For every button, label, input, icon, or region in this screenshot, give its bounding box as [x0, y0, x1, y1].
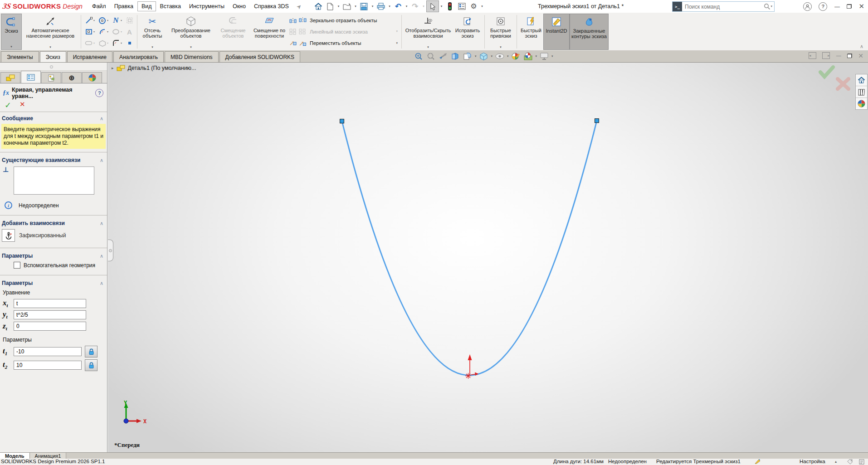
doc-restore-icon[interactable] [847, 54, 852, 58]
edit-appearance-icon[interactable] [511, 51, 521, 61]
smart-dimension-dropdown-icon[interactable]: ▾ [49, 46, 51, 49]
convert-entities-button[interactable]: Преобразование объектов ▾ [166, 14, 216, 50]
status-doc-icon[interactable] [859, 459, 864, 465]
display-style-dropdown-icon[interactable]: ▾ [491, 55, 493, 58]
message-section-header[interactable]: Сообщение ∧ [0, 112, 107, 123]
arc-tool-icon[interactable] [98, 27, 107, 37]
x-equation-input[interactable] [14, 299, 86, 308]
display-style-icon[interactable] [479, 51, 489, 61]
tab-evaluate[interactable]: Анализировать [113, 51, 164, 62]
show-relations-button[interactable]: Отобразить/Скрыть взаимосвязи ▾ [404, 14, 453, 50]
undo-button[interactable]: ↶ [392, 1, 404, 12]
hide-show-items-icon[interactable] [495, 51, 505, 61]
menu-view[interactable]: Вид [137, 1, 156, 11]
select-tool-button[interactable] [426, 0, 439, 12]
equation-driven-curve[interactable] [342, 121, 597, 375]
shaded-contours-button[interactable]: Закрашенные контуры эскиза [570, 14, 609, 50]
panel-flyout-handle[interactable] [108, 240, 113, 261]
search-input[interactable] [682, 4, 764, 10]
move-entities-button[interactable]: Переместить объекты ▾ [299, 39, 398, 47]
print-dropdown-icon[interactable]: ▾ [389, 5, 390, 8]
t1-lock-button[interactable] [85, 346, 98, 357]
part-root-label[interactable]: Деталь1 (По умолчанию... [128, 65, 196, 71]
tab-property-manager[interactable] [21, 71, 41, 83]
restore-button[interactable] [847, 4, 852, 9]
construction-geometry-checkbox[interactable] [14, 262, 20, 269]
tab-mbd-dimensions[interactable]: MBD Dimensions [165, 51, 219, 62]
collapse-icon[interactable]: ∧ [100, 221, 103, 226]
tree-expand-icon[interactable]: ▸ [112, 66, 114, 70]
fixed-relation-button[interactable] [2, 229, 15, 242]
feature-tree-flyout[interactable]: ▸ Деталь1 (По умолчанию... [112, 65, 196, 71]
parameters-section-header[interactable]: Параметры ∧ [0, 277, 107, 288]
existing-relations-header[interactable]: Существующие взаимосвязи ∧ [0, 154, 107, 165]
menu-insert[interactable]: Вставка [156, 1, 185, 11]
minimize-button[interactable]: — [834, 4, 840, 10]
mirror-small-icon[interactable] [289, 18, 297, 24]
pin-menu-icon[interactable]: ➤ [295, 3, 303, 10]
menu-help-3ds[interactable]: Справка 3DS [250, 1, 293, 11]
collapse-icon[interactable]: ∧ [100, 281, 103, 286]
offset-on-surface-button[interactable]: Смещение по поверхности [250, 14, 289, 50]
print-button[interactable] [375, 1, 387, 12]
t1-input[interactable] [14, 347, 82, 356]
rectangle-tool-icon[interactable] [84, 27, 93, 37]
move-small-icon[interactable] [289, 39, 297, 46]
confirmation-cancel-icon[interactable] [835, 77, 851, 91]
menu-file[interactable]: Файл [88, 1, 110, 11]
tab-motion-study[interactable]: Анимация1 [30, 453, 67, 459]
search-dropdown-icon[interactable]: ▾ [770, 5, 772, 8]
collapse-icon[interactable]: ∧ [100, 158, 103, 163]
panel-drag-strip[interactable] [0, 62, 107, 71]
tab-appearances[interactable] [82, 72, 102, 83]
customize-status-label[interactable]: Настройка [800, 459, 825, 464]
convert-dropdown-icon[interactable]: ▾ [190, 46, 192, 49]
y-equation-input[interactable] [14, 310, 86, 319]
menu-window[interactable]: Окно [229, 1, 250, 11]
settings-dropdown-icon[interactable]: ▾ [481, 5, 483, 8]
t2-lock-button[interactable] [85, 359, 98, 371]
trim-dropdown-icon[interactable]: ▾ [151, 46, 153, 49]
appearances-pane-button[interactable] [856, 98, 867, 109]
doc-minimize-icon[interactable]: — [836, 53, 841, 59]
open-dropdown-icon[interactable]: ▾ [355, 5, 356, 8]
trim-entities-button[interactable]: ✂ Отсечь объекты ▾ [139, 14, 166, 50]
circle-tool-icon[interactable] [98, 16, 107, 25]
rebuild-button[interactable] [444, 1, 456, 12]
ribbon-collapse-icon[interactable]: ∧ [860, 44, 863, 49]
hide-show-dropdown-icon[interactable]: ▾ [507, 55, 509, 58]
point-tool-icon[interactable] [125, 39, 134, 48]
settings-button[interactable]: ⚙ [468, 1, 479, 12]
graphics-area[interactable]: ▸ Деталь1 (По умолчанию... Y X *Спереди [108, 62, 868, 452]
view-orientation-dropdown-icon[interactable]: ▾ [475, 55, 477, 58]
apply-scene-dropdown-icon[interactable]: ▾ [536, 55, 537, 58]
repair-sketch-button[interactable]: Исправить эскиз [453, 14, 483, 50]
collapse-icon[interactable]: ∧ [100, 116, 103, 121]
tab-configurations[interactable] [41, 72, 61, 83]
menu-edit[interactable]: Правка [110, 1, 137, 11]
add-relations-header[interactable]: Добавить взаимосвязи ∧ [0, 217, 107, 228]
collapse-icon[interactable]: ∧ [100, 254, 103, 259]
save-dropdown-icon[interactable]: ▾ [372, 5, 374, 8]
tab-addins[interactable]: Добавления SOLIDWORKS [219, 51, 301, 62]
move-dropdown-icon[interactable]: ▾ [396, 42, 398, 45]
tab-model[interactable]: Модель [0, 453, 30, 459]
quick-snaps-button[interactable]: Быстрые привязки ▾ [487, 14, 515, 50]
command-search[interactable]: >_ ▾ [672, 1, 775, 12]
ok-button[interactable]: ✓ [5, 101, 11, 109]
view-settings-icon[interactable] [539, 51, 549, 61]
close-button[interactable]: ✕ [858, 3, 864, 10]
section-view-icon[interactable] [450, 51, 460, 61]
pm-help-icon[interactable]: ? [95, 89, 103, 97]
spline-tool-icon[interactable]: N [111, 16, 121, 25]
mirror-entities-button[interactable]: Зеркально отразить объекты [299, 16, 398, 24]
line-tool-icon[interactable] [84, 16, 93, 25]
home-button[interactable] [312, 1, 324, 12]
curve-endpoint-right[interactable] [595, 119, 599, 123]
sketch-dropdown-icon[interactable]: ▾ [10, 45, 12, 49]
curve-endpoint-left[interactable] [340, 119, 344, 123]
rapid-sketch-button[interactable]: Быстрый эскиз [519, 14, 543, 50]
confirmation-accept-icon[interactable] [819, 65, 835, 79]
menu-tools[interactable]: Инструменты [185, 1, 229, 11]
save-button[interactable] [358, 1, 370, 12]
